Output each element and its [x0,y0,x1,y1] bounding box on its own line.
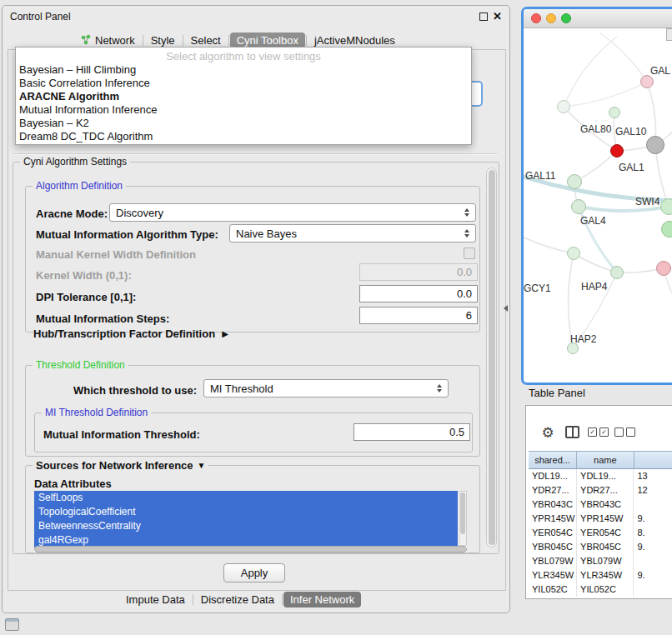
algorithm-option-aracne-algorithm[interactable]: ARACNE Algorithm [16,90,471,103]
network-node-n4[interactable] [610,144,624,158]
network-node-n3[interactable] [609,107,620,118]
aracne-mode-value: Discovery [116,207,459,219]
table-row[interactable]: YLR345WYLR345W9. [526,568,672,582]
tab-infer-network[interactable]: Infer Network [283,592,361,608]
table-row[interactable]: YIL052CYIL052C [526,582,672,597]
table-cell: YDR27... [577,483,634,498]
settings-scrollbar-track[interactable] [486,168,497,548]
window-title: Control Panel [10,11,71,22]
dpi-tolerance-field[interactable]: 0.0 [359,285,478,302]
network-node-n11[interactable] [656,261,671,276]
network-edge[interactable] [524,234,574,253]
columns-icon[interactable] [565,426,579,438]
deselect-all-icon[interactable] [614,428,635,437]
tab-divider [193,594,193,605]
mi-algorithm-type-select[interactable]: Naive Bayes [229,224,476,242]
network-node-n5[interactable] [646,136,664,154]
table-row[interactable]: YDR27...YDR27...12 [526,483,672,498]
algorithm-option-basic-correlation-inference[interactable]: Basic Correlation Inference [16,77,471,90]
network-canvas[interactable]: GALGAL80GAL10GAL1GAL11SWI4GAL4GCY1HAP4HA… [524,28,672,378]
network-icon [81,34,92,48]
mi-steps-label: Mutual Information Steps: [36,312,169,325]
tab-label: Network [95,34,135,47]
algorithm-popup: Select algorithm to view settings Bayesi… [15,47,472,145]
kernel-width-field: 0.0 [359,263,478,281]
gear-icon[interactable]: ⚙ [539,424,556,441]
algorithm-option-bayesian-hill-climbing[interactable]: Bayesian – Hill Climbing [16,63,471,77]
mi-threshold-definition-title-text: MI Threshold Definition [45,407,148,418]
network-node-n10[interactable] [610,266,624,279]
table-cell [634,582,672,597]
network-edge[interactable] [600,33,647,82]
close-icon[interactable]: ✕ [493,10,502,22]
network-node-n8[interactable] [660,198,672,215]
mi-steps-value: 6 [466,309,472,322]
aracne-mode-label: Aracne Mode: [36,208,108,220]
which-threshold-select[interactable]: MI Threshold [203,379,449,398]
network-node-n2[interactable] [557,100,570,113]
column-header-2[interactable] [634,451,672,469]
attributes-scrollbar-thumb[interactable] [460,492,465,534]
algorithm-option-bayesian-k2[interactable]: Bayesian – K2 [16,117,471,130]
dpi-tolerance-label: DPI Tolerance [0,1]: [36,291,136,303]
table-row[interactable]: YBR045CYBR045C9. [526,540,672,554]
tab-impute-data[interactable]: Impute Data [119,592,192,608]
network-node-n12[interactable] [567,247,580,260]
traffic-light-zoom-icon[interactable] [561,13,571,23]
node-label-gal11: GAL11 [525,170,555,182]
network-node-n7[interactable] [571,199,586,214]
column-header-name[interactable]: name [577,451,634,469]
attribute-item-topologicalcoefficient[interactable]: TopologicalCoefficient [34,505,458,519]
network-view-window[interactable]: GALGAL80GAL10GAL1GAL11SWI4GAL4GCY1HAP4HA… [521,7,672,385]
node-label-gal4: GAL4 [580,215,606,227]
tab-label: Infer Network [290,593,354,606]
sources-section-toggle[interactable]: Sources for Network Inference ▼ [33,459,208,472]
table-cell: 9. [634,540,672,554]
attribute-item-selfloops[interactable]: SelfLoops [34,491,458,505]
apply-button[interactable]: Apply [223,563,285,582]
which-threshold-value: MI Threshold [210,382,432,395]
select-all-icon[interactable] [588,428,609,437]
algorithm-option-mutual-information-inference[interactable]: Mutual Information Inference [16,103,471,117]
table-row[interactable]: YPR145WYPR145W9. [526,512,672,526]
table-row[interactable]: YBL079WYBL079W [526,554,672,568]
table-row[interactable]: YER054CYER054C8. [526,526,672,540]
algorithm-select-fragment[interactable] [470,81,483,107]
table-row[interactable]: YDL19...YDL19...13 [526,469,672,483]
table-cell: 13 [634,469,672,483]
aracne-mode-select[interactable]: Discovery [109,203,476,222]
network-node-n6[interactable] [567,174,582,189]
network-edge[interactable] [564,82,647,107]
network-node-n9[interactable] [661,221,672,238]
mi-threshold-definition-title: MI Threshold Definition [42,407,151,418]
attributes-scrollbar-vertical[interactable] [459,491,467,546]
hub-transcription-section-toggle[interactable]: Hub/Transcription Factor Definition ▶ [33,328,228,340]
table-cell: YBL079W [577,554,634,568]
network-scrollbar-fragment[interactable] [666,28,672,41]
tab-discretize-data[interactable]: Discretize Data [194,592,281,608]
splitter-handle[interactable] [504,305,508,312]
mi-steps-field[interactable]: 6 [359,307,478,324]
attributes-scrollbar-horizontal[interactable] [34,546,467,552]
table-cell: YER054C [577,526,634,540]
traffic-light-close-icon[interactable] [531,13,541,23]
tab-label: Discretize Data [201,593,274,606]
minimized-panel-icon[interactable] [5,618,19,631]
mi-threshold-field[interactable]: 0.5 [354,423,470,441]
threshold-definition-title: Threshold Definition [33,359,128,371]
algorithm-option-dream8-dc-tdc-algorithm[interactable]: Dream8 DC_TDC Algorithm [16,130,471,143]
bottom-tab-bar: Impute DataDiscretize DataInfer Network [119,590,361,608]
network-window-titlebar[interactable] [524,9,672,28]
settings-scrollbar-thumb[interactable] [489,170,495,545]
table-cell: YDL19... [529,469,577,483]
traffic-light-minimize-icon[interactable] [546,13,556,23]
network-node-n1[interactable] [640,75,654,88]
attribute-item-betweennesscentrality[interactable]: BetweennessCentrality [34,519,458,533]
mi-threshold-value: 0.5 [449,426,464,438]
table-body: YDL19...YDL19...13YDR27...YDR27...12YBR0… [526,469,672,598]
float-window-icon[interactable] [479,12,488,21]
column-header-shared[interactable]: shared... [529,451,577,469]
tab-label: Select [191,34,221,47]
table-row[interactable]: YBR043CYBR043C [526,498,672,512]
network-edge[interactable] [564,37,617,107]
